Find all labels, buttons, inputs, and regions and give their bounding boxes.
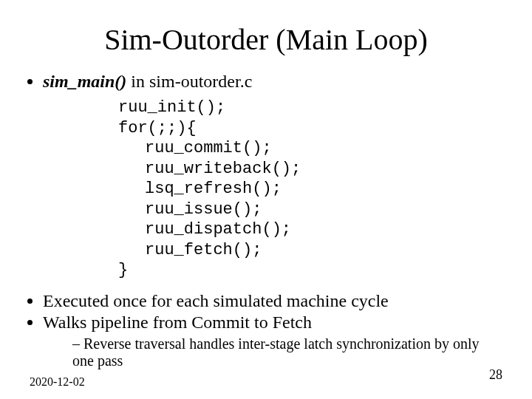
sub-bullet-list: Reverse traversal handles inter-stage la… <box>72 335 502 369</box>
bullet-executed: Executed once for each simulated machine… <box>43 291 502 311</box>
code-line: ruu_writeback(); <box>118 159 502 180</box>
sim-main-fn: sim_main() <box>43 72 126 91</box>
bullet-walks: Walks pipeline from Commit to Fetch Reve… <box>43 313 502 369</box>
code-line: ruu_init(); <box>118 98 225 117</box>
code-line: lsq_refresh(); <box>118 179 502 200</box>
footer-date: 2020-12-02 <box>30 375 85 389</box>
code-line: for(;;){ <box>118 119 197 137</box>
bullet-walks-text: Walks pipeline from Commit to Fetch <box>43 313 312 332</box>
sub-bullet-reverse: Reverse traversal handles inter-stage la… <box>72 335 502 369</box>
code-line: ruu_commit(); <box>118 138 502 159</box>
code-line: ruu_dispatch(); <box>118 219 502 240</box>
bullet-sim-main: sim_main() in sim-outorder.c <box>43 72 502 92</box>
bullet-list-bottom: Executed once for each simulated machine… <box>43 291 502 369</box>
slide: Sim-Outorder (Main Loop) sim_main() in s… <box>0 0 532 399</box>
bullet-list-top: sim_main() in sim-outorder.c <box>43 72 502 92</box>
footer-page-number: 28 <box>489 367 502 383</box>
code-block: ruu_init(); for(;;){ ruu_commit();ruu_wr… <box>118 98 502 281</box>
page-title: Sim-Outorder (Main Loop) <box>30 22 502 57</box>
code-line: ruu_issue(); <box>118 200 502 220</box>
sim-main-rest: in sim-outorder.c <box>126 72 252 91</box>
code-line: ruu_fetch(); <box>118 240 502 261</box>
code-line: } <box>118 261 128 279</box>
